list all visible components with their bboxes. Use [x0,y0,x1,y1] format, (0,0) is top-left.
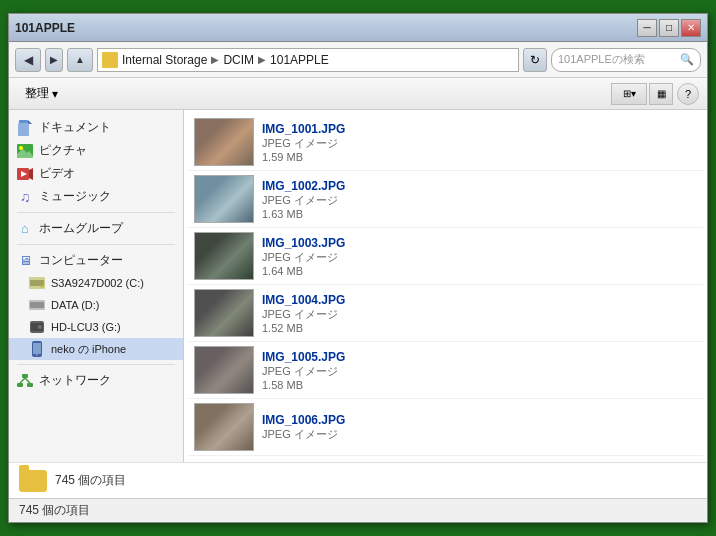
file-item-1001[interactable]: IMG_1001.JPG JPEG イメージ 1.59 MB [188,114,703,171]
sidebar-divider-3 [17,364,175,365]
file-size-1004: 1.52 MB [262,322,697,334]
title-bar: 101APPLE ─ □ ✕ [9,14,707,42]
back-button[interactable]: ◀ [15,48,41,72]
svg-marker-7 [29,168,33,180]
sidebar-item-label-documents: ドキュメント [39,119,111,136]
sidebar-item-drive-s3a[interactable]: S3A9247D002 (C:) [9,272,183,294]
file-type-1003: JPEG イメージ [262,250,697,265]
sidebar-item-label-s3a: S3A9247D002 (C:) [51,277,144,289]
explorer-window: 101APPLE ─ □ ✕ ◀ ▶ ▲ Internal Storage ▶ … [8,13,708,523]
file-type-1005: JPEG イメージ [262,364,697,379]
sidebar-divider-1 [17,212,175,213]
file-name-1002: IMG_1002.JPG [262,179,697,193]
sidebar-network-section: ネットワーク [9,369,183,392]
help-button[interactable]: ? [677,83,699,105]
computer-icon: 🖥 [17,253,33,269]
sidebar-item-label-data: DATA (D:) [51,299,99,311]
file-type-1006: JPEG イメージ [262,427,697,442]
file-type-1004: JPEG イメージ [262,307,697,322]
minimize-button[interactable]: ─ [637,19,657,37]
svg-point-4 [19,146,23,150]
path-sep-2: ▶ [258,54,266,65]
file-name-1005: IMG_1005.JPG [262,350,697,364]
sidebar-item-computer[interactable]: 🖥 コンピューター [9,249,183,272]
search-bar[interactable]: 101APPLEの検索 🔍 [551,48,701,72]
sidebar-item-label-pictures: ピクチャ [39,142,87,159]
file-thumbnail-1004 [194,289,254,337]
sidebar-item-label-homegroup: ホームグループ [39,220,123,237]
sidebar-item-label-iphone: neko の iPhone [51,342,126,357]
svg-rect-20 [22,374,28,378]
path-folder-icon [102,52,118,68]
path-part-1: Internal Storage [122,53,207,67]
maximize-button[interactable]: □ [659,19,679,37]
sidebar-item-music[interactable]: ♫ ミュージック [9,185,183,208]
file-item-1002[interactable]: IMG_1002.JPG JPEG イメージ 1.63 MB [188,171,703,228]
forward-button[interactable]: ▶ [45,48,63,72]
search-icon: 🔍 [680,53,694,66]
file-item-1003[interactable]: IMG_1003.JPG JPEG イメージ 1.64 MB [188,228,703,285]
sidebar-item-network[interactable]: ネットワーク [9,369,183,392]
toolbar: 整理 ▾ ⊞▾ ▦ ? [9,78,707,110]
file-size-1003: 1.64 MB [262,265,697,277]
file-item-1006[interactable]: IMG_1006.JPG JPEG イメージ [188,399,703,456]
file-size-1005: 1.58 MB [262,379,697,391]
file-size-1002: 1.63 MB [262,208,697,220]
window-title: 101APPLE [15,21,75,35]
preview-pane-button[interactable]: ▦ [649,83,673,105]
sidebar-item-homegroup[interactable]: ⌂ ホームグループ [9,217,183,240]
sidebar-item-label-computer: コンピューター [39,252,123,269]
sidebar-item-label-hdlcu3: HD-LCU3 (G:) [51,321,121,333]
svg-point-11 [41,285,44,288]
sidebar-item-videos[interactable]: ビデオ [9,162,183,185]
sidebar-item-pictures[interactable]: ピクチャ [9,139,183,162]
file-info-1001: IMG_1001.JPG JPEG イメージ 1.59 MB [262,122,697,163]
file-item-1004[interactable]: IMG_1004.JPG JPEG イメージ 1.52 MB [188,285,703,342]
organize-button[interactable]: 整理 ▾ [17,82,66,106]
file-info-1004: IMG_1004.JPG JPEG イメージ 1.52 MB [262,293,697,334]
svg-rect-13 [30,302,44,308]
main-content: ドキュメント ピクチャ ビデオ ♫ ミュージック [9,110,707,462]
sidebar-item-documents[interactable]: ドキュメント [9,116,183,139]
file-info-1003: IMG_1003.JPG JPEG イメージ 1.64 MB [262,236,697,277]
status-count: 745 個の項目 [19,502,90,519]
sidebar-favorites-section: ドキュメント ピクチャ ビデオ ♫ ミュージック [9,116,183,208]
file-thumbnail-1002 [194,175,254,223]
svg-rect-2 [18,123,29,136]
address-bar: ◀ ▶ ▲ Internal Storage ▶ DCIM ▶ 101APPLE… [9,42,707,78]
sidebar-homegroup-section: ⌂ ホームグループ [9,217,183,240]
sidebar-item-drive-data[interactable]: DATA (D:) [9,294,183,316]
homegroup-icon: ⌂ [17,221,33,237]
sidebar-item-label-network: ネットワーク [39,372,111,389]
svg-point-19 [36,354,38,356]
refresh-button[interactable]: ↻ [523,48,547,72]
file-info-1002: IMG_1002.JPG JPEG イメージ 1.63 MB [262,179,697,220]
bottom-section: 745 個の項目 [9,462,707,498]
svg-rect-22 [27,383,33,387]
file-thumbnail-1006 [194,403,254,451]
path-sep-1: ▶ [211,54,219,65]
sidebar-item-iphone[interactable]: neko の iPhone [9,338,183,360]
file-item-1005[interactable]: IMG_1005.JPG JPEG イメージ 1.58 MB [188,342,703,399]
svg-rect-21 [17,383,23,387]
title-controls: ─ □ ✕ [637,19,701,37]
sidebar-item-label-videos: ビデオ [39,165,75,182]
drive-data-icon [29,297,45,313]
file-thumbnail-1005 [194,346,254,394]
address-path[interactable]: Internal Storage ▶ DCIM ▶ 101APPLE [97,48,519,72]
svg-point-16 [38,325,42,329]
videos-icon [17,166,33,182]
organize-label: 整理 [25,85,49,102]
close-button[interactable]: ✕ [681,19,701,37]
svg-line-23 [20,378,25,383]
sidebar-item-drive-hdlcu3[interactable]: HD-LCU3 (G:) [9,316,183,338]
view-buttons: ⊞▾ ▦ [611,83,673,105]
up-button[interactable]: ▲ [67,48,93,72]
organize-arrow: ▾ [52,87,58,101]
file-info-1005: IMG_1005.JPG JPEG イメージ 1.58 MB [262,350,697,391]
path-part-3: 101APPLE [270,53,329,67]
file-name-1004: IMG_1004.JPG [262,293,697,307]
iphone-icon [29,341,45,357]
drive-s3a-icon [29,275,45,291]
view-dropdown-button[interactable]: ⊞▾ [611,83,647,105]
